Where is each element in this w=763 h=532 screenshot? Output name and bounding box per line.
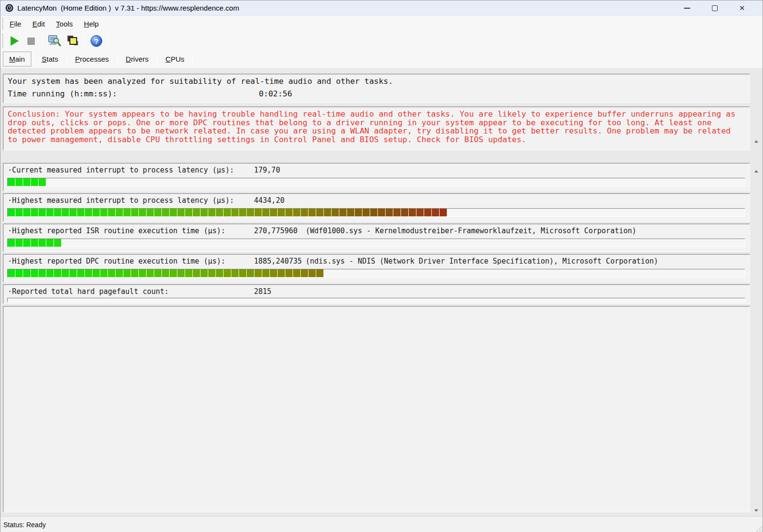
gauge-segment [316, 269, 323, 277]
gauge-segment [23, 239, 30, 247]
stop-icon [27, 38, 35, 45]
tab-cpus[interactable]: CPUs [159, 52, 190, 66]
gauge-segment [8, 209, 15, 216]
gauge-segment [123, 209, 131, 216]
gauge-segment [100, 209, 107, 216]
gauge-segment [139, 209, 146, 216]
empty-panel [3, 306, 750, 512]
gauge-segment [254, 209, 262, 216]
gauge-segment [254, 269, 262, 277]
menu-item-file[interactable]: File [5, 17, 26, 30]
resize-grip[interactable] [755, 525, 762, 532]
time-running-row: Time running (h:mm:ss): 0:02:56 [3, 90, 750, 98]
gauge-segment [224, 209, 231, 216]
gauge-segment [308, 209, 316, 216]
gauge-segment [93, 209, 100, 216]
gauge-segment [39, 209, 46, 216]
gauge-segment [316, 209, 323, 216]
play-icon [11, 36, 19, 46]
processes-window-button[interactable] [65, 33, 81, 49]
status-bar: Status: Ready [0, 516, 763, 532]
gauge-segment [123, 269, 131, 277]
gauge-segment [15, 178, 23, 186]
gauge-segment [8, 178, 15, 186]
menu-item-help[interactable]: Help [80, 17, 103, 30]
maximize-icon [712, 5, 718, 11]
tab-drivers[interactable]: Drivers [120, 52, 155, 66]
gauge-segment [147, 209, 154, 216]
scroll-up-arrow[interactable] [754, 170, 758, 173]
gauge-segment [93, 269, 100, 277]
overlapping-squares-icon [67, 35, 80, 47]
menu-item-tools[interactable]: Tools [52, 17, 77, 30]
gauge-segment [432, 209, 439, 216]
analysis-info-panel: Your system has been analyzed for suitab… [3, 74, 750, 103]
toolbar-separator [108, 35, 108, 47]
gauge-panel: ·Current measured interrupt to process l… [3, 163, 750, 191]
toolbar-separator [42, 35, 43, 47]
gauge-segment [270, 209, 277, 216]
tab-main[interactable]: Main [3, 52, 31, 66]
window-title: LatencyMon (Home Edition ) v 7.31 - http… [17, 4, 239, 12]
gauge-segment [69, 269, 77, 277]
close-button[interactable]: ✕ [728, 0, 756, 15]
computer-search-icon [48, 35, 61, 47]
toolbar: ? [0, 32, 763, 50]
tabbar: Main Stats Processes Drivers CPUs [0, 50, 763, 68]
gauge-segment [85, 209, 92, 216]
gauge-panel: ·Reported total hard pagefault count: 28… [3, 284, 750, 304]
gauge-segment [15, 209, 23, 216]
minimize-button[interactable] [673, 0, 701, 15]
gauge-segment [370, 209, 377, 216]
gauge-segment [362, 209, 370, 216]
gauge-segment [416, 209, 424, 216]
gauge-segment [347, 209, 354, 216]
gauge-segment [247, 209, 254, 216]
gauge-segment [201, 209, 208, 216]
help-button[interactable]: ? [88, 33, 105, 49]
gauge-segment [131, 269, 138, 277]
start-monitor-button[interactable] [4, 33, 21, 49]
gauge-bar [7, 269, 745, 278]
app-icon [5, 4, 13, 12]
gauge-segment [270, 269, 277, 277]
gauge-bar [7, 178, 745, 186]
gauge-value: 1885,240735 [254, 257, 302, 266]
gauge-label-row: ·Highest reported DPC routine execution … [3, 254, 750, 266]
scroll-down-arrow[interactable] [754, 509, 758, 512]
scroll-up-arrow[interactable] [754, 140, 758, 143]
gauge-segment [308, 269, 316, 277]
gauge-segment [31, 269, 38, 277]
menu-item-edit[interactable]: Edit [28, 17, 49, 30]
gauge-segment [339, 209, 347, 216]
gauge-label: ·Reported total hard pagefault count: [8, 287, 169, 296]
maximize-button[interactable] [701, 0, 728, 15]
gauge-segment [108, 209, 115, 216]
gauge-segment [62, 209, 69, 216]
tab-stats[interactable]: Stats [36, 52, 65, 66]
toolbar-separator [84, 35, 85, 47]
gauge-segment [193, 209, 200, 216]
gauge-segment [39, 269, 46, 277]
gauge-segment [54, 239, 61, 247]
gauge-segment [23, 178, 30, 186]
stop-monitor-button[interactable] [23, 33, 39, 49]
gauge-segment [409, 209, 416, 216]
analyze-button[interactable] [46, 33, 63, 49]
gauge-segment [285, 209, 293, 216]
tab-processes[interactable]: Processes [69, 52, 115, 66]
gauge-segment [147, 269, 154, 277]
gauge-segment [285, 269, 293, 277]
gauge-panel: ·Highest measured interrupt to process l… [3, 193, 750, 222]
gauge-bar [7, 208, 745, 217]
gauge-bar [7, 298, 745, 302]
gauge-label: ·Highest measured interrupt to process l… [8, 196, 234, 205]
gauge-segment [386, 209, 393, 216]
tab-separator [157, 53, 157, 65]
gauge-segment [23, 209, 30, 216]
gauge-segment [231, 209, 239, 216]
svg-text:?: ? [94, 37, 98, 45]
gauge-segment [262, 209, 269, 216]
gauge-segment [355, 209, 362, 216]
gauge-panel: ·Highest reported DPC routine execution … [3, 254, 750, 282]
